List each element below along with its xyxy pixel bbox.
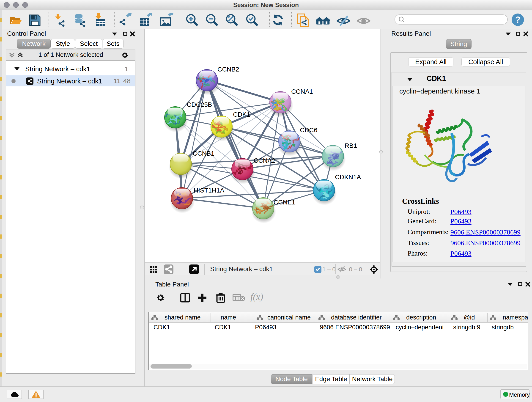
svg-text:RB1: RB1 (345, 142, 357, 149)
svg-text:HIST1H1A: HIST1H1A (194, 187, 224, 194)
svg-text:CDKN1A: CDKN1A (335, 173, 361, 181)
svg-text:CCNE1: CCNE1 (273, 199, 295, 206)
svg-text:CCNB1: CCNB1 (193, 150, 215, 157)
svg-text:CCNB2: CCNB2 (217, 66, 239, 73)
svg-text:CCNA2: CCNA2 (254, 157, 275, 164)
svg-text:CDC6: CDC6 (300, 127, 317, 134)
svg-text:CCNA1: CCNA1 (291, 88, 313, 95)
svg-text:CDC25B: CDC25B (187, 101, 212, 108)
svg-text:CDK1: CDK1 (233, 111, 250, 118)
